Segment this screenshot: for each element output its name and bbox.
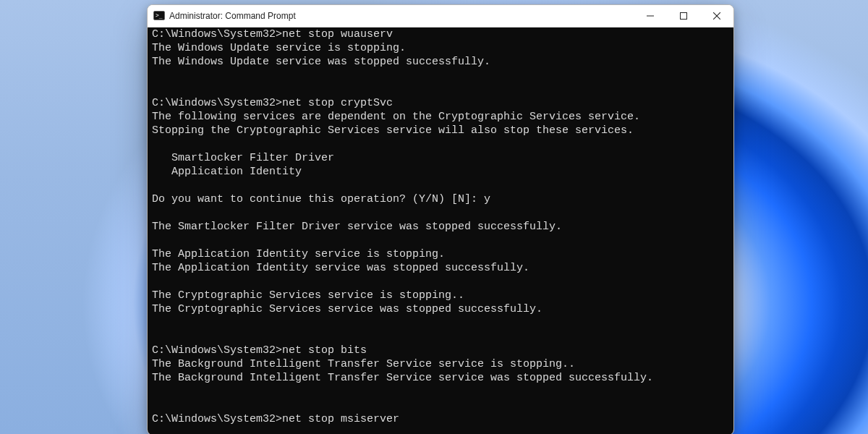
maximize-icon (680, 12, 687, 20)
window-title: Administrator: Command Prompt (169, 11, 296, 21)
close-icon (713, 12, 720, 20)
command-prompt-window: >_ Administrator: Command Prompt (147, 4, 734, 434)
maximize-button[interactable] (667, 5, 700, 27)
svg-rect-2 (647, 16, 654, 17)
svg-rect-3 (681, 13, 687, 20)
desktop-background: >_ Administrator: Command Prompt (0, 0, 868, 434)
terminal-output[interactable]: C:\Windows\System32>net stop wuauserv Th… (148, 27, 733, 434)
command-prompt-icon: >_ (153, 10, 165, 22)
minimize-button[interactable] (634, 5, 667, 27)
minimize-icon (647, 12, 654, 20)
svg-text:>_: >_ (156, 12, 163, 19)
close-button[interactable] (700, 5, 733, 27)
titlebar[interactable]: >_ Administrator: Command Prompt (148, 5, 733, 27)
